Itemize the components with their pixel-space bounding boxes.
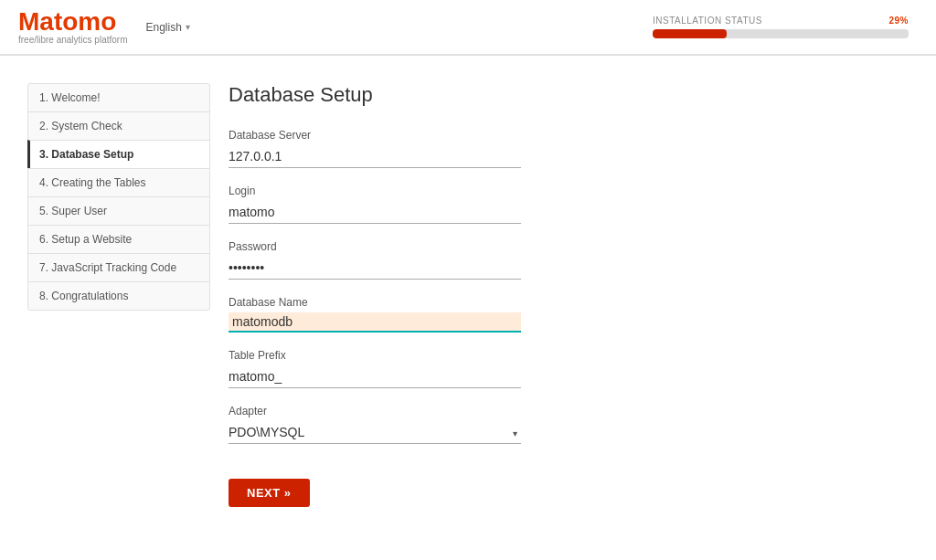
login-group: Login: [229, 185, 814, 224]
db-name-input[interactable]: [229, 312, 521, 333]
adapter-label: Adapter: [229, 405, 814, 417]
table-prefix-input[interactable]: [229, 365, 521, 388]
language-label: English: [146, 21, 182, 34]
install-pct: 29%: [888, 16, 909, 26]
sidebar-item-setup-website[interactable]: 6. Setup a Website: [27, 225, 210, 254]
adapter-select[interactable]: PDO\MYSQL PDO\PGSQL: [229, 421, 521, 444]
progress-bar-fill: [653, 29, 727, 38]
sidebar-item-creating-tables[interactable]: 4. Creating the Tables: [27, 168, 210, 197]
sidebar-item-congratulations[interactable]: 8. Congratulations: [27, 281, 210, 311]
next-button[interactable]: NEXT »: [229, 479, 310, 507]
table-prefix-group: Table Prefix: [229, 349, 814, 388]
language-selector[interactable]: English ▾: [146, 21, 190, 34]
header-left: Matomo free/libre analytics platform Eng…: [18, 9, 190, 45]
db-name-group: Database Name: [229, 296, 814, 333]
login-label: Login: [229, 185, 814, 197]
db-server-group: Database Server: [229, 129, 814, 168]
header: Matomo free/libre analytics platform Eng…: [0, 0, 936, 55]
sidebar-item-js-tracking[interactable]: 7. JavaScript Tracking Code: [27, 253, 210, 282]
logo: Matomo free/libre analytics platform: [18, 9, 128, 45]
logo-subtitle: free/libre analytics platform: [18, 35, 128, 45]
adapter-select-wrapper: PDO\MYSQL PDO\PGSQL ▾: [229, 421, 521, 444]
install-status: INSTALLATION STATUS 29%: [653, 16, 909, 38]
sidebar: 1. Welcome! 2. System Check 3. Database …: [27, 83, 210, 515]
login-input[interactable]: [229, 201, 521, 224]
sidebar-item-system-check[interactable]: 2. System Check: [27, 111, 210, 141]
password-label: Password: [229, 240, 814, 253]
main-layout: 1. Welcome! 2. System Check 3. Database …: [0, 56, 936, 543]
db-server-input[interactable]: [229, 145, 521, 168]
page-title: Database Setup: [229, 83, 814, 107]
password-input[interactable]: [229, 257, 521, 280]
db-server-label: Database Server: [229, 129, 814, 142]
progress-bar: [653, 29, 909, 38]
sidebar-item-database-setup[interactable]: 3. Database Setup: [27, 140, 210, 169]
chevron-down-icon: ▾: [186, 22, 190, 32]
sidebar-item-welcome[interactable]: 1. Welcome!: [27, 83, 210, 112]
password-group: Password: [229, 240, 814, 280]
logo-text: Matomo: [18, 9, 128, 35]
adapter-group: Adapter PDO\MYSQL PDO\PGSQL ▾: [229, 405, 814, 444]
content: Database Setup Database Server Login Pas…: [229, 83, 814, 515]
install-status-label: INSTALLATION STATUS 29%: [653, 16, 909, 26]
table-prefix-label: Table Prefix: [229, 349, 814, 362]
sidebar-item-super-user[interactable]: 5. Super User: [27, 196, 210, 226]
db-name-label: Database Name: [229, 296, 814, 309]
